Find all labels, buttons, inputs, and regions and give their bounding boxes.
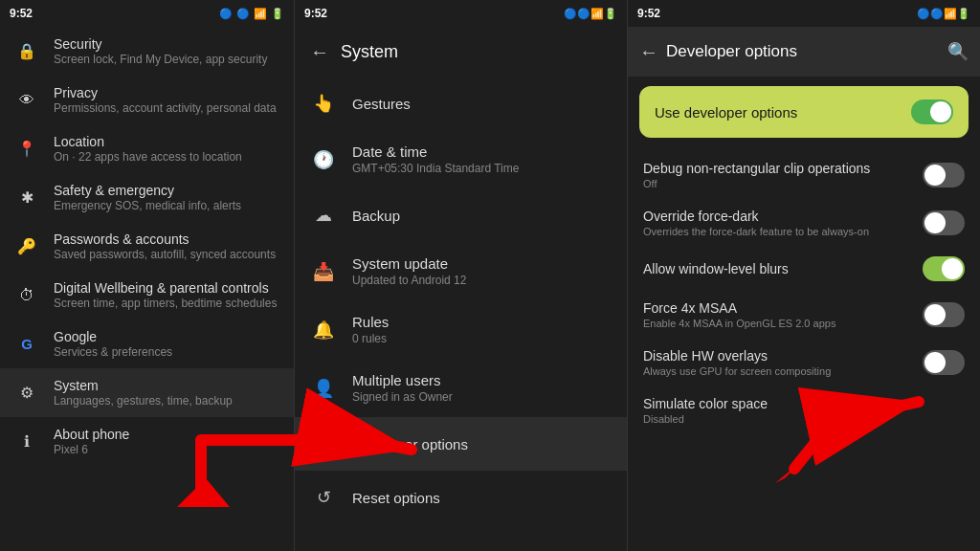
search-icon-dev[interactable]: 🔍 [947,41,969,62]
about-subtitle: Pixel 6 [54,443,278,456]
dev-item-hw-overlays[interactable]: Disable HW overlays Always use GPU for s… [628,339,980,386]
hw-overlays-title: Disable HW overlays [643,348,923,364]
multiuser-icon: 👤 [310,375,337,402]
multiuser-subtitle: Signed in as Owner [352,390,612,404]
dev-item-force-dark[interactable]: Override force-dark Overrides the force-… [628,199,980,247]
system-icon: ⚙ [15,382,38,405]
menu-item-backup[interactable]: ☁ Backup [295,188,627,242]
gestures-title: Gestures [352,96,612,112]
wellbeing-icon: ⏱ [15,284,38,307]
safety-subtitle: Emergency SOS, medical info, alerts [54,199,278,212]
wellbeing-title: Digital Wellbeing & parental controls [54,280,278,296]
force-dark-subtitle: Overrides the force-dark feature to be a… [643,226,923,237]
rules-subtitle: 0 rules [352,332,612,345]
dev-item-window-blur[interactable]: Allow window-level blurs [628,247,980,291]
use-developer-text: Use developer options [655,104,797,121]
time-left: 9:52 [10,7,33,20]
dev-item-msaa[interactable]: Force 4x MSAA Enable 4x MSAA in OpenGL E… [628,291,980,339]
sysupdate-subtitle: Updated to Android 12 [352,274,612,287]
dev-item-debug-clip[interactable]: Debug non-rectangular clip operations Of… [628,151,980,199]
menu-item-devopt[interactable]: { } Developer options [295,417,627,471]
msaa-title: Force 4x MSAA [643,300,923,316]
rules-icon: 🔔 [310,317,337,343]
system-title: System [54,378,278,393]
location-subtitle: On · 22 apps have access to location [54,150,278,164]
system-subtitle: Languages, gestures, time, backup [54,394,278,408]
dev-options-header: ← Developer options 🔍 [628,27,980,77]
back-button-system[interactable]: ← [310,41,329,63]
datetime-icon: 🕐 [310,146,337,173]
settings-list: 🔒 Security Screen lock, Find My Device, … [0,27,294,551]
about-title: About phone [54,427,278,442]
location-icon: 📍 [15,138,38,161]
passwords-icon: 🔑 [15,235,38,258]
security-subtitle: Screen lock, Find My Device, app securit… [54,53,278,66]
wellbeing-subtitle: Screen time, app timers, bedtime schedul… [54,297,278,310]
sidebar-item-passwords[interactable]: 🔑 Passwords & accounts Saved passwords, … [0,222,294,271]
privacy-title: Privacy [54,85,278,100]
safety-title: Safety & emergency [54,183,278,198]
msaa-toggle[interactable] [923,302,965,327]
middle-panel: 9:52 🔵🔵📶🔋 ← System 👆 Gestures 🕐 Date & t… [295,0,628,551]
menu-item-reset[interactable]: ↺ Reset options [295,471,627,524]
back-button-dev[interactable]: ← [639,41,658,63]
security-title: Security [54,36,278,52]
window-blur-toggle[interactable] [923,256,965,281]
privacy-subtitle: Permissions, account activity, personal … [54,101,278,115]
menu-item-datetime[interactable]: 🕐 Date & time GMT+05:30 India Standard T… [295,130,627,188]
menu-item-rules[interactable]: 🔔 Rules 0 rules [295,300,627,359]
safety-icon: ✱ [15,187,38,209]
sidebar-item-about[interactable]: ℹ About phone Pixel 6 [0,417,294,466]
google-icon: G [15,333,38,356]
time-middle: 9:52 [304,7,327,20]
google-subtitle: Services & preferences [54,345,278,359]
use-developer-toggle[interactable] [911,99,953,124]
left-panel: 9:52 🔵 🔵 📶 🔋 🔒 Security Screen lock, Fin… [0,0,295,551]
system-menu-list: 👆 Gestures 🕐 Date & time GMT+05:30 India… [295,77,627,551]
debug-clip-title: Debug non-rectangular clip operations [643,161,923,176]
menu-item-gestures[interactable]: 👆 Gestures [295,77,627,130]
developer-options-list: Debug non-rectangular clip operations Of… [628,147,980,551]
menu-item-sysupdate[interactable]: 📥 System update Updated to Android 12 [295,242,627,300]
passwords-title: Passwords & accounts [54,231,278,247]
hw-overlays-toggle[interactable] [923,350,965,375]
force-dark-title: Override force-dark [643,209,923,224]
rules-title: Rules [352,314,612,330]
sidebar-item-location[interactable]: 📍 Location On · 22 apps have access to l… [0,124,294,173]
reset-icon: ↺ [310,484,337,511]
sidebar-item-google[interactable]: G Google Services & preferences [0,320,294,368]
sidebar-item-wellbeing[interactable]: ⏱ Digital Wellbeing & parental controls … [0,271,294,320]
system-panel-header: ← System [295,27,627,77]
status-icons-left: 🔵 🔵 📶 🔋 [219,8,284,20]
system-panel-title: System [341,42,398,62]
debug-clip-toggle[interactable] [923,163,965,187]
backup-title: Backup [352,208,612,224]
shield-icon: 🔒 [15,40,38,63]
menu-item-multiuser[interactable]: 👤 Multiple users Signed in as Owner [295,359,627,417]
sidebar-item-system[interactable]: ⚙ System Languages, gestures, time, back… [0,368,294,417]
sidebar-item-security[interactable]: 🔒 Security Screen lock, Find My Device, … [0,27,294,76]
dev-options-title: Developer options [666,42,940,61]
use-developer-options-row[interactable]: Use developer options [639,86,969,138]
sidebar-item-privacy[interactable]: 👁 Privacy Permissions, account activity,… [0,76,294,124]
privacy-icon: 👁 [15,89,38,112]
location-title: Location [54,134,278,149]
sidebar-item-safety[interactable]: ✱ Safety & emergency Emergency SOS, medi… [0,173,294,222]
status-bar-left: 9:52 🔵 🔵 📶 🔋 [0,0,294,27]
dev-item-color-space[interactable]: Simulate color space Disabled [628,386,980,434]
msaa-subtitle: Enable 4x MSAA in OpenGL ES 2.0 apps [643,318,923,329]
hw-overlays-subtitle: Always use GPU for screen compositing [643,365,923,377]
color-space-subtitle: Disabled [643,413,965,425]
sysupdate-title: System update [352,255,612,272]
window-blur-title: Allow window-level blurs [643,261,923,276]
datetime-subtitle: GMT+05:30 India Standard Time [352,162,612,175]
force-dark-toggle[interactable] [923,210,965,235]
right-panel: 9:52 🔵🔵📶🔋 ← Developer options 🔍 Use deve… [628,0,980,551]
color-space-title: Simulate color space [643,396,965,411]
status-bar-right: 9:52 🔵🔵📶🔋 [628,0,980,27]
devopt-title: Developer options [352,436,612,452]
passwords-subtitle: Saved passwords, autofill, synced accoun… [54,248,278,261]
debug-clip-subtitle: Off [643,178,923,189]
about-icon: ℹ [15,430,38,453]
devopt-icon: { } [310,430,337,457]
